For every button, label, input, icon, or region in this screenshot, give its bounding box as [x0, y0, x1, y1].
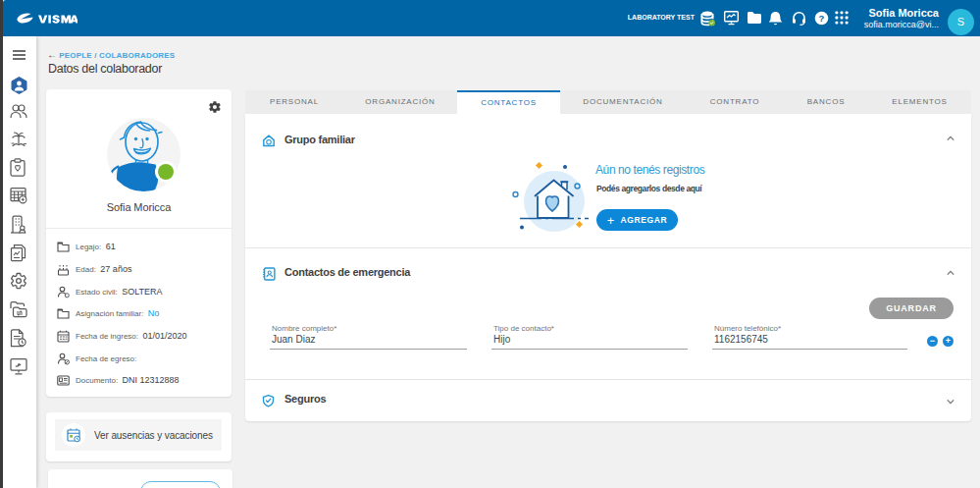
- svg-text:?: ?: [819, 13, 825, 24]
